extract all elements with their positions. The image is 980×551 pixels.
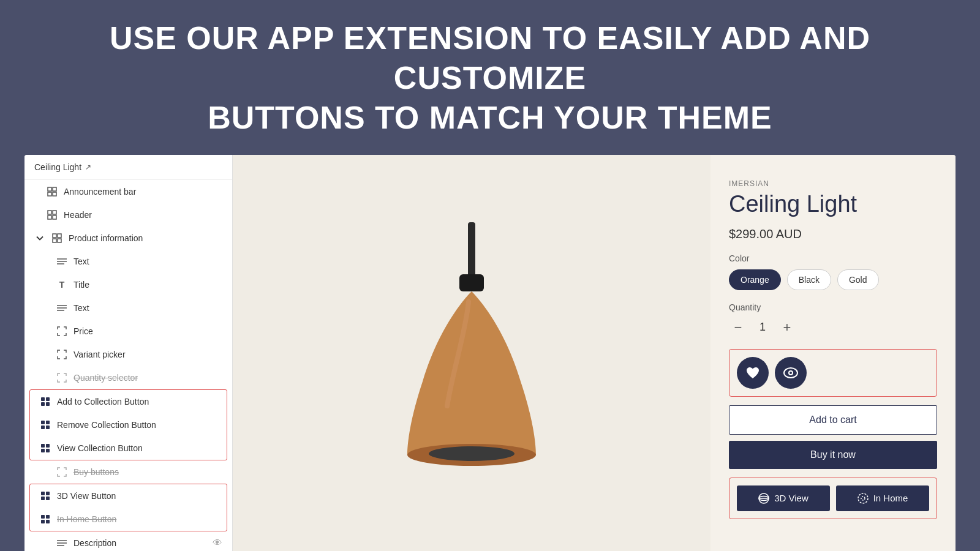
- T-icon: T: [56, 279, 67, 290]
- external-link-icon: ↗: [85, 163, 91, 171]
- svg-rect-3: [53, 192, 56, 196]
- svg-rect-18: [41, 397, 45, 401]
- sidebar-item-label: Text: [74, 303, 89, 313]
- color-option-gold[interactable]: Gold: [837, 269, 879, 290]
- banner-title: USE OUR APP EXTENSION TO EASILY ADD AND …: [37, 18, 943, 138]
- sidebar-item-text2[interactable]: Text: [24, 296, 232, 320]
- sidebar-item-label: Description: [74, 538, 116, 548]
- quantity-selector: − 1 +: [729, 318, 937, 337]
- app-icon: [40, 419, 51, 430]
- sidebar-item-variant-picker[interactable]: Variant picker: [24, 343, 232, 366]
- breadcrumb-text: Ceiling Light: [34, 162, 81, 172]
- sidebar-item-buy-buttons[interactable]: Buy buttons: [24, 460, 232, 484]
- svg-rect-45: [468, 222, 475, 277]
- heart-icon: [745, 366, 760, 380]
- view-buttons-group: 3D View Button In Home Button: [29, 484, 227, 531]
- sidebar-item-label: Title: [74, 280, 89, 290]
- svg-rect-31: [46, 492, 50, 495]
- corners-icon: [56, 326, 67, 337]
- svg-rect-37: [46, 520, 50, 523]
- corners-icon: [56, 372, 67, 383]
- quantity-decrease[interactable]: −: [729, 318, 747, 337]
- sidebar: Ceiling Light ↗ Announcement bar Header: [24, 155, 233, 551]
- collapse-icon: [34, 233, 45, 244]
- product-brand: IMERSIAN: [729, 179, 937, 188]
- home-icon: [858, 493, 869, 504]
- svg-rect-19: [46, 397, 50, 401]
- svg-rect-5: [53, 211, 56, 214]
- sidebar-item-title[interactable]: T Title: [24, 273, 232, 296]
- main-area: Ceiling Light ↗ Announcement bar Header: [24, 155, 956, 551]
- add-to-cart-button[interactable]: Add to cart: [729, 405, 937, 435]
- grid-icon: [51, 233, 62, 244]
- svg-rect-11: [58, 239, 61, 242]
- product-information-label: Product information: [69, 233, 143, 243]
- color-label: Color: [729, 253, 937, 263]
- svg-rect-34: [41, 515, 45, 519]
- view-collection-button[interactable]: [775, 357, 807, 389]
- sidebar-item-label: Header: [64, 210, 92, 220]
- sidebar-item-description[interactable]: Description 👁: [24, 531, 232, 551]
- product-panel: IMERSIAN Ceiling Light $299.00 AUD Color…: [710, 155, 956, 551]
- quantity-increase[interactable]: +: [778, 318, 796, 337]
- svg-rect-30: [41, 492, 45, 495]
- collection-buttons-box: [729, 349, 937, 397]
- svg-rect-36: [41, 520, 45, 523]
- sidebar-item-view-collection[interactable]: View Collection Button: [30, 437, 227, 460]
- svg-point-55: [858, 493, 868, 503]
- sidebar-item-3d-view[interactable]: 3D View Button: [30, 484, 227, 508]
- sidebar-item-price[interactable]: Price: [24, 320, 232, 343]
- sidebar-item-quantity-selector[interactable]: Quantity selector: [24, 366, 232, 389]
- in-home-button[interactable]: In Home: [836, 485, 929, 511]
- buy-now-button[interactable]: Buy it now: [729, 441, 937, 469]
- sidebar-item-announcement-bar[interactable]: Announcement bar: [24, 180, 232, 203]
- app-icon: [40, 514, 51, 525]
- app-icon: [40, 490, 51, 501]
- preview-area: [233, 155, 710, 551]
- color-option-black[interactable]: Black: [787, 269, 831, 290]
- corners-icon: [56, 349, 67, 360]
- svg-rect-33: [46, 497, 50, 500]
- sidebar-item-add-to-collection[interactable]: Add to Collection Button: [30, 390, 227, 413]
- visibility-icon[interactable]: 👁: [213, 538, 222, 549]
- svg-rect-22: [41, 421, 45, 424]
- corners-icon: [56, 467, 67, 478]
- product-price: $299.00 AUD: [729, 227, 937, 241]
- svg-rect-1: [53, 187, 56, 191]
- breadcrumb[interactable]: Ceiling Light ↗: [24, 155, 232, 180]
- sidebar-item-text1[interactable]: Text: [24, 250, 232, 273]
- svg-rect-8: [53, 234, 56, 238]
- lines-icon: [56, 302, 67, 313]
- svg-rect-27: [46, 444, 50, 448]
- svg-rect-0: [48, 187, 51, 191]
- svg-rect-20: [41, 402, 45, 406]
- add-to-collection-button[interactable]: [737, 357, 769, 389]
- svg-point-56: [861, 497, 865, 500]
- svg-point-51: [790, 372, 792, 374]
- quantity-value: 1: [760, 321, 766, 334]
- lamp-illustration: [374, 222, 570, 516]
- sidebar-item-label: Variant picker: [74, 350, 126, 359]
- sidebar-item-header[interactable]: Header: [24, 203, 232, 227]
- banner: USE OUR APP EXTENSION TO EASILY ADD AND …: [0, 0, 980, 155]
- svg-rect-35: [46, 515, 50, 519]
- svg-rect-25: [46, 425, 50, 429]
- sidebar-item-remove-collection[interactable]: Remove Collection Button: [30, 413, 227, 437]
- sidebar-item-in-home[interactable]: In Home Button: [30, 508, 227, 531]
- sidebar-item-label: Add to Collection Button: [57, 397, 149, 407]
- app-icon: [40, 443, 51, 454]
- svg-rect-7: [53, 216, 56, 219]
- svg-rect-4: [48, 211, 51, 214]
- svg-rect-26: [41, 444, 45, 448]
- svg-rect-10: [53, 239, 56, 242]
- 3d-icon: [758, 493, 769, 504]
- sidebar-item-label: 3D View Button: [57, 491, 116, 501]
- sidebar-item-label: Text: [74, 257, 89, 266]
- view-buttons-box: 3D View In Home: [729, 478, 937, 519]
- sidebar-item-label: Price: [74, 326, 93, 336]
- sidebar-item-product-information[interactable]: Product information: [24, 227, 232, 250]
- color-option-orange[interactable]: Orange: [729, 269, 781, 290]
- svg-rect-29: [46, 449, 50, 452]
- 3d-view-button[interactable]: 3D View: [737, 485, 830, 511]
- sidebar-item-label: View Collection Button: [57, 443, 143, 453]
